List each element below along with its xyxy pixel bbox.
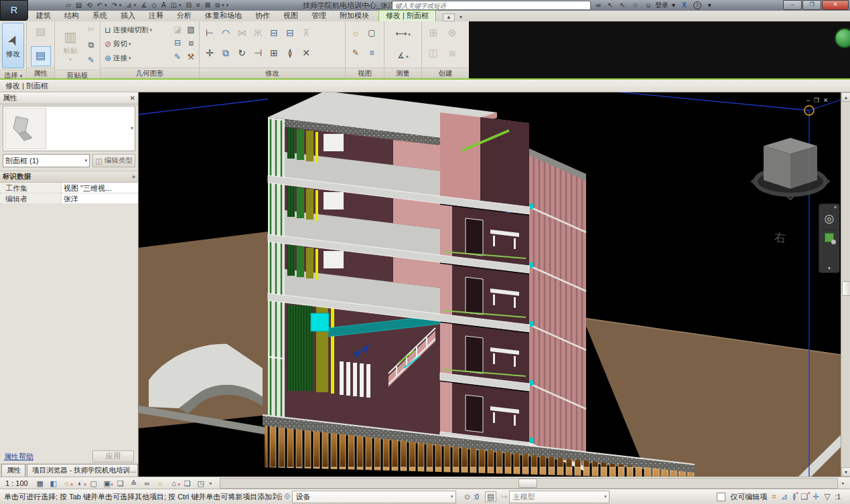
palette-title-bar[interactable]: 属性 ✕ xyxy=(0,92,138,104)
ribbon-minimize-dropdown-icon[interactable]: ▾ xyxy=(457,14,465,21)
displace-elements-icon[interactable]: ◳ xyxy=(196,479,206,488)
join-geometry-button[interactable]: ⊕连接▾ xyxy=(102,51,171,65)
cut-geometry-button[interactable]: ⊘剪切▾ xyxy=(102,37,171,51)
open-icon[interactable]: ▱ xyxy=(66,1,71,10)
align-icon[interactable]: ⊢ xyxy=(202,25,217,40)
text-icon[interactable]: A xyxy=(161,1,166,10)
edit-type-button[interactable]: ◫ 编辑类型 xyxy=(92,154,135,167)
temporary-hide-isolate-icon[interactable]: ∞ xyxy=(142,479,153,488)
zoom-button[interactable] xyxy=(825,233,834,242)
split-element-icon[interactable]: ⊟ xyxy=(267,25,281,40)
close-hidden-windows-icon[interactable]: ⊠ xyxy=(205,1,210,10)
horizontal-scroll-thumb[interactable] xyxy=(518,479,537,488)
view-minimize-icon[interactable]: – xyxy=(806,97,810,104)
render-icon[interactable]: ▢ xyxy=(366,27,378,39)
sign-in-icon[interactable]: ☺ xyxy=(645,1,652,9)
measure-dropdown-icon[interactable]: ▾ xyxy=(134,3,137,8)
default-3d-view-icon[interactable]: ◫ xyxy=(171,1,177,10)
offset-icon[interactable]: ◠ xyxy=(218,25,233,40)
show-crop-region-icon[interactable]: ❏ xyxy=(115,479,126,488)
tab-manage[interactable]: 管理 xyxy=(305,11,333,21)
visual-style-icon[interactable]: ◧ xyxy=(48,479,59,488)
save-icon[interactable]: ▤ xyxy=(76,1,82,10)
detail-level-icon[interactable]: ▦ xyxy=(35,479,46,488)
tag-icon[interactable]: ◇ xyxy=(151,1,157,10)
select-underlay-icon[interactable]: ⊿ xyxy=(781,492,788,501)
family-properties-icon[interactable]: ▤ xyxy=(32,23,50,40)
tab-modify-section-box[interactable]: 修改 | 剖面框 xyxy=(378,10,436,21)
design-options-icon[interactable]: ▤ xyxy=(485,491,496,502)
minimize-button[interactable]: – xyxy=(783,0,802,10)
favorites-star-icon[interactable]: ☆ xyxy=(632,1,638,9)
tab-project-browser[interactable]: 项目浏览器 - 技师学院机电培训... xyxy=(27,464,138,477)
create-similar-icon[interactable]: ⧈ xyxy=(446,47,458,59)
sign-in-label[interactable]: 登录 xyxy=(655,1,668,10)
scroll-down-icon[interactable]: ▼ xyxy=(841,467,850,477)
section-icon[interactable]: ⊟ xyxy=(186,1,192,10)
cut-clipboard-icon[interactable]: ✂ xyxy=(85,23,97,35)
modify-button[interactable]: ➤ 修改 xyxy=(2,23,24,68)
property-value[interactable]: 视图 "三维视... xyxy=(62,183,138,193)
lobby-level[interactable] xyxy=(285,303,440,436)
select-pinned-icon[interactable]: ≬ xyxy=(792,492,796,501)
scale-control[interactable]: 1 : 100 xyxy=(5,479,28,487)
editable-only-checkbox[interactable] xyxy=(717,493,725,501)
identity-data-header[interactable]: 标识数据 » xyxy=(0,171,138,183)
lock-view-icon[interactable]: ≙ xyxy=(129,479,139,488)
tab-addins[interactable]: 附加模块 xyxy=(333,11,376,21)
thin-lines-icon[interactable]: ≡ xyxy=(196,1,200,10)
drag-elements-icon[interactable]: ✛ xyxy=(812,492,819,501)
design-option-dropdown[interactable]: 主模型▾ xyxy=(509,491,610,503)
select-links-icon[interactable]: ⌗ xyxy=(772,492,776,501)
type-selector[interactable]: 剖面框 (1)▾ xyxy=(3,154,90,167)
aligned-dimension-icon[interactable]: ∡ xyxy=(141,1,147,10)
split-face-icon[interactable]: ⊟ xyxy=(171,37,184,49)
viewcube-face-label[interactable]: 右 xyxy=(774,231,786,245)
switch-windows-icon[interactable]: ⧉ xyxy=(215,1,220,10)
tab-systems[interactable]: 系统 xyxy=(86,11,114,21)
cutaway-icon[interactable]: ≡ xyxy=(366,47,378,59)
unpin-icon[interactable]: ⊼ xyxy=(299,25,313,40)
join-end-cut-button[interactable]: ⊔连接端切割▾ xyxy=(102,23,171,37)
apply-button[interactable]: 应用 xyxy=(92,450,134,463)
model-view[interactable]: 右 xyxy=(139,92,841,477)
properties-palette-icon[interactable]: ▤ xyxy=(31,46,51,66)
customize-qat-icon[interactable]: ▾ xyxy=(226,3,229,8)
help-dropdown-icon[interactable]: ▾ xyxy=(708,1,711,9)
tab-structure[interactable]: 结构 xyxy=(58,11,86,21)
trim-extend-icon[interactable]: ⊣ xyxy=(251,46,265,60)
lightbulb-hide-icon[interactable]: ☼ xyxy=(350,27,362,39)
unjoin-icon[interactable]: ⧈ xyxy=(185,37,197,49)
palette-close-icon[interactable]: ✕ xyxy=(130,94,135,102)
active-workset-dropdown[interactable]: 设备▾ xyxy=(292,491,456,503)
mirror-draw-axis-icon[interactable]: Ж xyxy=(251,25,265,40)
properties-help-link[interactable]: 属性帮助 xyxy=(4,452,33,462)
app-menu-button[interactable]: R xyxy=(0,0,28,21)
demolish-hammer-icon[interactable]: ⚒ xyxy=(185,51,197,63)
create-assembly-icon[interactable]: ⊛ xyxy=(446,27,458,39)
sun-path-icon[interactable]: ☼ xyxy=(62,479,72,488)
property-value[interactable]: 张洋 xyxy=(62,193,138,203)
temporary-view-properties-icon[interactable]: ❏ xyxy=(182,479,193,488)
dimension-tool-icon[interactable]: ∡ xyxy=(397,51,405,60)
sync-icon[interactable]: ⟲ xyxy=(86,1,92,10)
view-panel-label[interactable]: 视图 xyxy=(346,68,384,78)
measure-panel-label[interactable]: 测量 xyxy=(384,68,421,78)
worksharing-display-icon[interactable]: ⌂ xyxy=(169,479,180,488)
show-rendering-icon[interactable]: ▢ xyxy=(88,479,99,488)
redo-dropdown-icon[interactable]: ▾ xyxy=(119,3,122,8)
horizontal-scrollbar[interactable] xyxy=(220,478,838,489)
drawing-area[interactable]: 右 xyxy=(139,92,841,477)
properties-panel-label[interactable]: 属性 xyxy=(27,68,54,78)
exchange-apps-icon[interactable]: X xyxy=(682,1,687,9)
switch-dropdown-icon[interactable]: ▾ xyxy=(222,3,224,8)
match-type-icon[interactable]: ✎ xyxy=(85,54,97,66)
pin-icon[interactable]: ≬ xyxy=(283,46,297,60)
view-dropdown-icon[interactable]: ▾ xyxy=(179,3,182,8)
tab-analyze[interactable]: 分析 xyxy=(170,11,198,21)
help-icon[interactable]: ? xyxy=(693,1,701,9)
select-by-face-icon[interactable]: ❏ xyxy=(801,492,808,501)
maximize-button[interactable]: ❐ xyxy=(802,0,821,10)
filter-icon[interactable]: ▽ xyxy=(824,492,830,501)
tab-insert[interactable]: 插入 xyxy=(114,11,142,21)
